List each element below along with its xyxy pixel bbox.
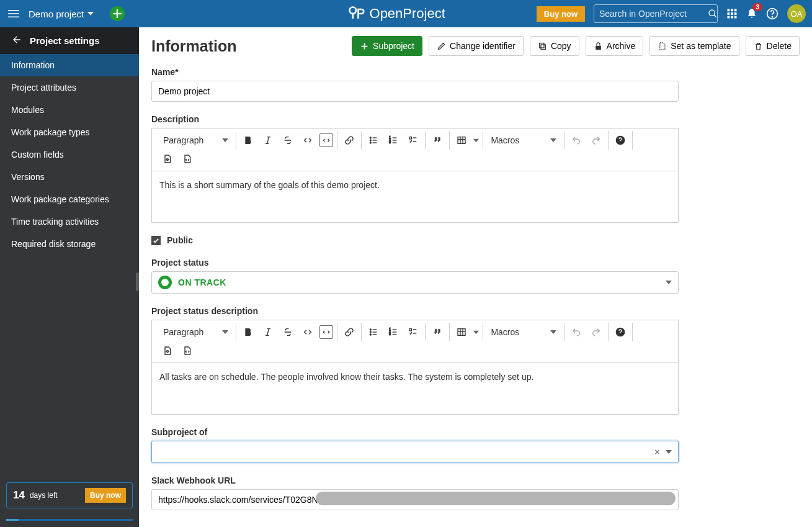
heading-select[interactable]: Paragraph	[159, 133, 232, 148]
preview-button[interactable]	[159, 151, 176, 167]
svg-rect-0	[8, 10, 19, 11]
status-desc-body[interactable]: All tasks are on schedule. The people in…	[152, 363, 678, 414]
link-button[interactable]	[341, 324, 357, 340]
source-button[interactable]	[179, 343, 195, 359]
sidebar-item-information[interactable]: Information	[0, 54, 139, 76]
logo-text: OpenProject	[370, 6, 445, 22]
status-select[interactable]: ON TRACK	[151, 271, 679, 294]
template-icon	[658, 42, 667, 51]
sidebar-item-time-tracking-activities[interactable]: Time tracking activities	[0, 210, 139, 233]
buy-now-button[interactable]: Buy now	[537, 6, 585, 22]
quote-button[interactable]	[429, 324, 445, 340]
trial-label: days left	[30, 491, 58, 500]
app-logo[interactable]: OpenProject	[347, 5, 445, 22]
avatar-button[interactable]: OA	[787, 4, 806, 23]
bold-button[interactable]	[240, 132, 256, 148]
sidebar-item-project-attributes[interactable]: Project attributes	[0, 76, 139, 99]
heading-select[interactable]: Paragraph	[159, 325, 232, 340]
help-button[interactable]	[766, 7, 779, 20]
set-template-button[interactable]: Set as template	[649, 36, 739, 56]
global-search[interactable]	[594, 4, 718, 23]
change-identifier-button[interactable]: Change identifier	[429, 36, 524, 56]
description-body[interactable]: This is a short summary of the goals of …	[152, 171, 678, 222]
task-list-button[interactable]	[405, 132, 421, 148]
webhook-label: Slack Webhook URL	[151, 475, 679, 485]
svg-rect-67	[458, 329, 465, 336]
ol-button[interactable]: 123	[385, 132, 401, 148]
preview-button[interactable]	[159, 343, 176, 359]
macros-select[interactable]: Macros	[487, 325, 560, 340]
sidebar-item-custom-fields[interactable]: Custom fields	[0, 143, 139, 166]
undo-button[interactable]	[568, 132, 584, 148]
quote-button[interactable]	[429, 132, 445, 148]
status-dot-icon	[158, 276, 172, 289]
quick-add-button[interactable]	[110, 6, 125, 21]
notifications-button[interactable]: 3	[746, 8, 757, 19]
search-icon	[708, 9, 718, 19]
project-selector[interactable]: Demo project	[29, 9, 94, 19]
name-input[interactable]	[151, 81, 679, 102]
check-icon	[153, 237, 159, 244]
macros-select[interactable]: Macros	[487, 133, 560, 148]
table-caret[interactable]	[473, 135, 479, 145]
inline-code-button[interactable]	[300, 132, 316, 148]
svg-point-53	[370, 331, 372, 333]
delete-button[interactable]: Delete	[746, 36, 800, 56]
sidebar-scrollbar[interactable]	[136, 273, 139, 291]
subproject-button[interactable]: Subproject	[352, 36, 422, 56]
svg-rect-11	[728, 12, 730, 15]
strike-button[interactable]	[280, 324, 296, 340]
inline-code-button[interactable]	[300, 324, 316, 340]
svg-rect-16	[734, 16, 737, 19]
sidebar-item-required-disk-storage[interactable]: Required disk storage	[0, 233, 139, 255]
code-block-button[interactable]	[319, 325, 333, 339]
svg-point-28	[370, 140, 372, 141]
notifications-badge: 3	[752, 3, 762, 11]
archive-button[interactable]: Archive	[586, 36, 644, 56]
public-checkbox[interactable]	[151, 236, 161, 245]
editor-help-button[interactable]	[612, 132, 628, 148]
plus-icon	[113, 9, 122, 18]
sidebar-item-versions[interactable]: Versions	[0, 166, 139, 188]
subproject-select[interactable]: ✕	[151, 441, 679, 463]
search-input[interactable]	[599, 9, 708, 19]
italic-button[interactable]	[260, 324, 276, 340]
sidebar-item-work-package-types[interactable]: Work package types	[0, 121, 139, 143]
svg-rect-21	[541, 45, 546, 50]
table-button[interactable]	[453, 324, 470, 340]
svg-point-18	[772, 16, 772, 17]
strike-button[interactable]	[280, 132, 296, 148]
table-caret[interactable]	[473, 327, 479, 337]
svg-rect-22	[539, 43, 544, 48]
redo-button[interactable]	[588, 132, 604, 148]
source-button[interactable]	[179, 151, 195, 167]
back-button[interactable]	[11, 35, 21, 47]
task-list-button[interactable]	[405, 324, 421, 340]
svg-point-27	[370, 137, 372, 138]
ul-button[interactable]	[365, 132, 381, 148]
svg-point-29	[370, 142, 372, 143]
trial-buy-button[interactable]: Buy now	[85, 488, 126, 503]
ol-button[interactable]: 123	[385, 324, 401, 340]
sidebar-item-work-package-categories[interactable]: Work package categories	[0, 188, 139, 210]
undo-button[interactable]	[568, 324, 584, 340]
italic-button[interactable]	[260, 132, 276, 148]
editor-help-button[interactable]	[612, 324, 628, 340]
status-label: Project status	[151, 258, 679, 268]
clear-icon[interactable]: ✕	[654, 448, 661, 457]
ul-button[interactable]	[365, 324, 381, 340]
bold-button[interactable]	[240, 324, 256, 340]
modules-button[interactable]	[726, 8, 738, 19]
link-button[interactable]	[341, 132, 357, 148]
redo-button[interactable]	[588, 324, 604, 340]
table-button[interactable]	[453, 132, 470, 148]
description-editor: Paragraph123Macros This is a short summa…	[151, 128, 679, 223]
chevron-down-icon	[666, 277, 672, 287]
svg-rect-8	[728, 9, 730, 12]
sidebar-item-modules[interactable]: Modules	[0, 99, 139, 121]
copy-button[interactable]: Copy	[530, 36, 579, 56]
svg-line-7	[714, 15, 716, 17]
main-menu-toggle[interactable]	[6, 6, 21, 21]
code-block-button[interactable]	[319, 133, 333, 147]
page-title: Information	[151, 37, 237, 55]
